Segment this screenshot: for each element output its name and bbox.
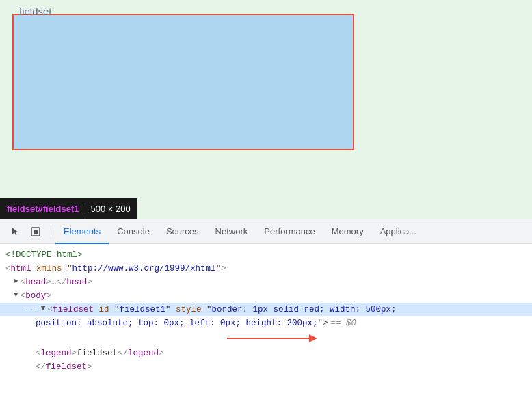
code-line-fieldset-close: </fieldset> — [0, 360, 532, 374]
triangle-icon: ► — [14, 275, 18, 288]
doctype-text: <!DOCTYPE html> — [5, 248, 83, 262]
svg-rect-1 — [34, 230, 38, 234]
browser-viewport: fieldset fieldset#fieldset1 500 × 200 — [0, 0, 532, 219]
badge-divider — [85, 203, 85, 214]
tab-console[interactable]: Console — [109, 219, 158, 244]
tab-network[interactable]: Network — [207, 219, 256, 244]
triangle-down-icon-fieldset: ▼ — [41, 303, 46, 315]
tab-memory[interactable]: Memory — [323, 219, 372, 244]
code-line-html: <html xmlns="http://www.w3.org/1999/xhtm… — [0, 262, 532, 275]
code-line-fieldset-cont: position: absolute; top: 0px; left: 0px;… — [0, 316, 532, 330]
red-arrow-svg — [227, 330, 364, 347]
svg-marker-3 — [309, 334, 317, 342]
triangle-down-icon: ▼ — [14, 289, 18, 301]
code-line-legend[interactable]: <legend>fieldset</legend> — [0, 347, 532, 360]
badge-dimensions-text: 500 × 200 — [91, 204, 131, 214]
cursor-icon-button[interactable] — [5, 222, 25, 241]
inspect-icon-button[interactable] — [26, 222, 45, 241]
tab-sources[interactable]: Sources — [158, 219, 207, 244]
fieldset-legend-text: fieldset — [19, 5, 52, 17]
fieldset-rendered-element: fieldset — [12, 14, 354, 150]
code-line-head[interactable]: ► <head>…</head> — [0, 275, 532, 289]
devtools-tabs-bar: Elements Console Sources Network Perform… — [0, 219, 532, 244]
tab-application[interactable]: Applica... — [372, 219, 425, 244]
tab-performance[interactable]: Performance — [256, 219, 323, 244]
tab-elements[interactable]: Elements — [55, 219, 109, 244]
code-line-body[interactable]: ▼ <body> — [0, 289, 532, 303]
arrow-annotation — [36, 330, 532, 347]
devtools-panel: Elements Console Sources Network Perform… — [0, 219, 532, 381]
code-line-fieldset[interactable]: ... ▼ <fieldset id="fieldset1" style="bo… — [0, 303, 532, 316]
code-line-doctype: <!DOCTYPE html> — [0, 248, 532, 262]
tab-separator — [51, 225, 51, 239]
badge-selector-text: fieldset#fieldset1 — [7, 204, 79, 214]
element-info-badge: fieldset#fieldset1 500 × 200 — [0, 198, 137, 219]
devtools-code-panel: <!DOCTYPE html> <html xmlns="http://www.… — [0, 244, 532, 381]
